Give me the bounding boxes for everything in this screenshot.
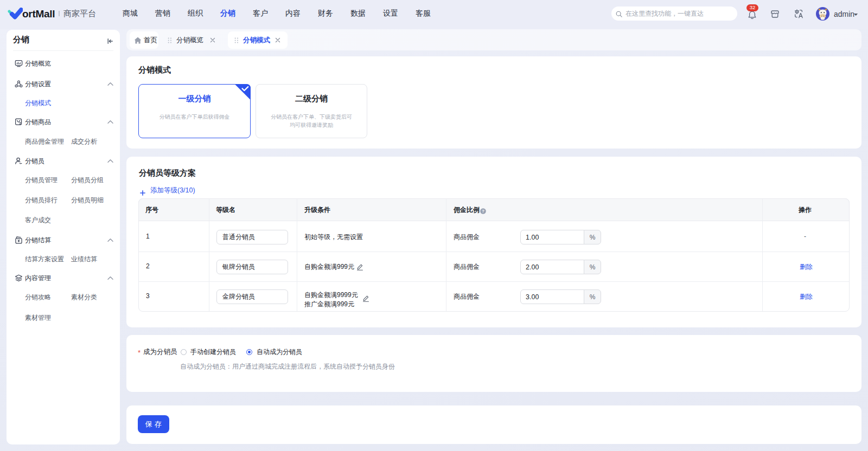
svg-text:?: ? [482,209,484,214]
